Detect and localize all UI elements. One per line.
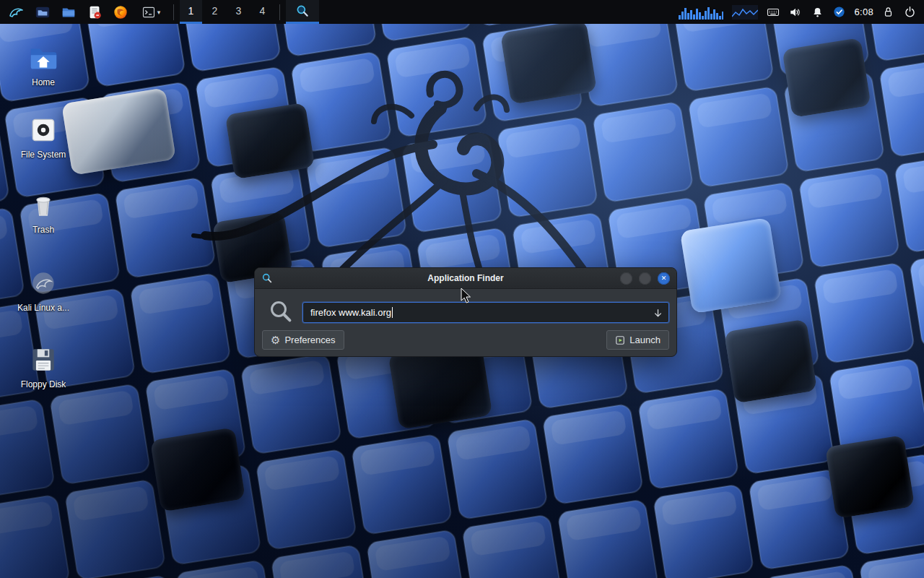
top-panel: ▾ 1 2 3 4: [0, 0, 924, 24]
launch-button[interactable]: Launch: [606, 330, 669, 350]
text-editor-icon: [87, 4, 103, 20]
desktop-icon-label: File System: [21, 150, 66, 160]
kali-menu-icon: [8, 4, 25, 21]
workspace-2[interactable]: 2: [204, 0, 226, 24]
clock[interactable]: 6:08: [854, 7, 873, 17]
workspace-1[interactable]: 1: [180, 0, 202, 24]
firefox-launcher[interactable]: [108, 0, 133, 24]
terminal-icon: [141, 5, 156, 20]
trash-icon: [27, 189, 59, 221]
file-manager-launcher[interactable]: [30, 0, 55, 24]
workspace-4[interactable]: 4: [251, 0, 274, 24]
applications-menu-button[interactable]: [4, 0, 29, 24]
launch-icon: [615, 335, 625, 345]
terminal-launcher[interactable]: ▾: [134, 0, 167, 24]
folder-launcher[interactable]: [56, 0, 81, 24]
workspace-3[interactable]: 3: [227, 0, 250, 24]
close-button[interactable]: ✕: [658, 272, 670, 285]
desktop-icon-kali-docs[interactable]: Kali Linux a...: [4, 267, 83, 313]
minimize-button[interactable]: [620, 272, 632, 285]
desktop-icon-label: Home: [32, 77, 55, 87]
home-folder-icon: [27, 40, 60, 74]
panel-separator: [279, 4, 280, 20]
application-finder-window: Application Finder ✕ firefox www.kali.or…: [254, 267, 677, 357]
workspace-1-label: 1: [188, 5, 194, 17]
taskbar-application-finder[interactable]: [286, 0, 319, 24]
keyboard-icon[interactable]: [766, 6, 780, 19]
folder-icon: [61, 4, 77, 20]
chevron-down-icon: ▾: [157, 9, 161, 16]
desktop-icon-label: Kali Linux a...: [17, 303, 69, 313]
search-input[interactable]: firefox www.kali.org: [302, 302, 669, 323]
floppy-icon: [27, 344, 59, 376]
application-finder-icon: [295, 4, 310, 18]
application-finder-window-icon: [261, 272, 273, 284]
text-editor-launcher[interactable]: [82, 0, 107, 24]
window-titlebar[interactable]: Application Finder ✕: [255, 268, 676, 289]
workspace-3-label: 3: [236, 5, 242, 17]
launch-button-label: Launch: [629, 335, 661, 345]
gear-icon: ⚙: [271, 335, 280, 345]
window-controls: ✕: [620, 272, 670, 285]
system-tray: 6:08: [678, 5, 920, 20]
window-title: Application Finder: [255, 273, 676, 283]
search-input-value: firefox www.kali.org: [310, 307, 391, 318]
notifications-icon[interactable]: [811, 6, 824, 19]
lock-icon[interactable]: [881, 5, 895, 19]
desktop-icon-trash[interactable]: Trash: [4, 189, 83, 235]
kali-docs-icon: [27, 267, 59, 299]
dialog-body: firefox www.kali.org ⚙ Preferences Launc…: [255, 289, 676, 356]
file-manager-dark-icon: [35, 4, 51, 20]
preferences-button-label: Preferences: [284, 335, 335, 345]
text-caret: [392, 307, 393, 318]
desktop-icon-file-system[interactable]: File System: [4, 114, 83, 160]
drive-icon: [27, 114, 59, 146]
desktop-icon-floppy[interactable]: Floppy Disk: [4, 344, 83, 389]
maximize-button[interactable]: [639, 272, 651, 285]
preferences-button[interactable]: ⚙ Preferences: [262, 330, 344, 350]
search-icon: [268, 298, 294, 324]
panel-separator: [173, 4, 174, 20]
workspace-4-label: 4: [260, 5, 266, 17]
cpu-graph[interactable]: [732, 5, 758, 20]
close-icon: ✕: [661, 275, 667, 282]
desktop-icon-home[interactable]: Home: [4, 40, 83, 87]
audio-visualizer[interactable]: [678, 5, 724, 20]
workspace-2-label: 2: [212, 5, 218, 17]
desktop-icon-label: Floppy Disk: [21, 379, 66, 389]
firefox-icon: [113, 4, 128, 20]
desktop-icon-label: Trash: [32, 225, 54, 235]
dropdown-arrow-icon[interactable]: [652, 307, 664, 319]
volume-icon[interactable]: [788, 6, 803, 19]
updates-icon[interactable]: [832, 5, 846, 19]
power-icon[interactable]: [903, 5, 917, 19]
